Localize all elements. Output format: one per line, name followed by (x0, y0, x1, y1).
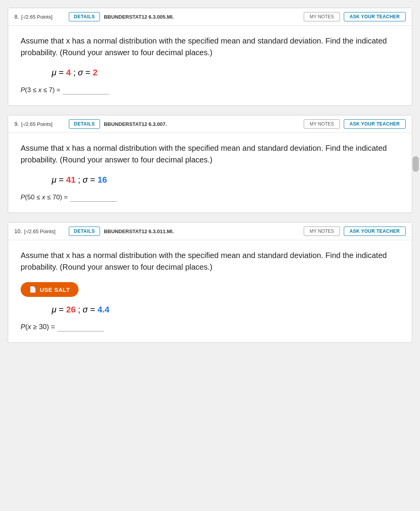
answer-row-10: P(x ≥ 30) = (21, 323, 399, 331)
problem-header-8: 8. [-/2.65 Points] DETAILS BBUNDERSTAT12… (8, 8, 412, 26)
problem-text-10: Assume that x has a normal distribution … (21, 249, 399, 273)
scrollbar-thumb-9[interactable] (413, 156, 419, 172)
problem-number-10: 10. [-/2.65 Points] (14, 228, 65, 234)
sigma-symbol-9: σ (83, 175, 88, 185)
problem-code-8: BBUNDERSTAT12 6.3.005.MI. (104, 14, 300, 20)
salt-icon: 📄 (29, 286, 37, 293)
details-button-9[interactable]: DETAILS (69, 119, 100, 129)
ask-teacher-button-9[interactable]: ASK YOUR TEACHER (344, 119, 406, 129)
mu-symbol-8: μ (52, 68, 56, 78)
problem-card-8: 8. [-/2.65 Points] DETAILS BBUNDERSTAT12… (8, 8, 412, 106)
problem-code-9: BBUNDERSTAT12 6.3.007. (104, 121, 300, 127)
mu-symbol-9: μ (52, 175, 56, 185)
problem-text-9: Assume that x has a normal distribution … (21, 142, 399, 166)
ask-teacher-button-8[interactable]: ASK YOUR TEACHER (344, 12, 406, 21)
sigma-symbol-10: σ (83, 305, 88, 315)
formula-10: μ = 26 ; σ = 4.4 (21, 305, 399, 315)
problem-number-8: 8. [-/2.65 Points] (14, 14, 65, 20)
answer-input-9[interactable] (70, 193, 117, 202)
problem-card-9: 9. [-/2.65 Points] DETAILS BBUNDERSTAT12… (8, 115, 412, 213)
answer-input-10[interactable] (57, 323, 104, 331)
my-notes-button-8[interactable]: MY NOTES (304, 12, 340, 21)
use-salt-label: USE SALT (40, 286, 70, 293)
my-notes-button-10[interactable]: MY NOTES (304, 227, 340, 236)
details-button-8[interactable]: DETAILS (69, 12, 100, 21)
formula-8: μ = 4 ; σ = 2 (21, 68, 399, 78)
answer-label-9: P(50 ≤ x ≤ 70) = (21, 194, 68, 201)
sigma-symbol-8: σ (78, 68, 83, 78)
problem-body-10: Assume that x has a normal distribution … (8, 240, 412, 342)
problem-header-10: 10. [-/2.65 Points] DETAILS BBUNDERSTAT1… (8, 223, 412, 240)
problem-header-9: 9. [-/2.65 Points] DETAILS BBUNDERSTAT12… (8, 115, 412, 133)
sigma-value-8: 2 (93, 68, 97, 78)
answer-label-8: P(3 ≤ x ≤ 7) = (21, 86, 60, 94)
my-notes-button-9[interactable]: MY NOTES (304, 119, 340, 129)
use-salt-button[interactable]: 📄 USE SALT (21, 282, 79, 297)
problem-text-8: Assume that x has a normal distribution … (21, 35, 399, 58)
sigma-value-9: 16 (98, 175, 107, 185)
sigma-value-10: 4.4 (98, 305, 110, 315)
ask-teacher-button-10[interactable]: ASK YOUR TEACHER (344, 227, 406, 236)
mu-value-9: 41 (66, 175, 75, 185)
answer-label-10: P(x ≥ 30) = (21, 323, 55, 331)
mu-value-8: 4 (66, 68, 71, 78)
answer-input-8[interactable] (63, 85, 109, 94)
details-button-10[interactable]: DETAILS (69, 227, 100, 236)
problem-body-8: Assume that x has a normal distribution … (8, 26, 412, 105)
mu-value-10: 26 (66, 305, 75, 315)
mu-symbol-10: μ (52, 305, 56, 315)
answer-row-8: P(3 ≤ x ≤ 7) = (21, 85, 399, 94)
problem-body-9: Assume that x has a normal distribution … (8, 133, 412, 213)
problem-card-10: 10. [-/2.65 Points] DETAILS BBUNDERSTAT1… (8, 222, 412, 343)
answer-row-9: P(50 ≤ x ≤ 70) = (21, 193, 399, 202)
formula-9: μ = 41 ; σ = 16 (21, 175, 399, 185)
problem-number-9: 9. [-/2.65 Points] (14, 121, 65, 127)
problem-code-10: BBUNDERSTAT12 6.3.011.MI. (104, 228, 300, 234)
